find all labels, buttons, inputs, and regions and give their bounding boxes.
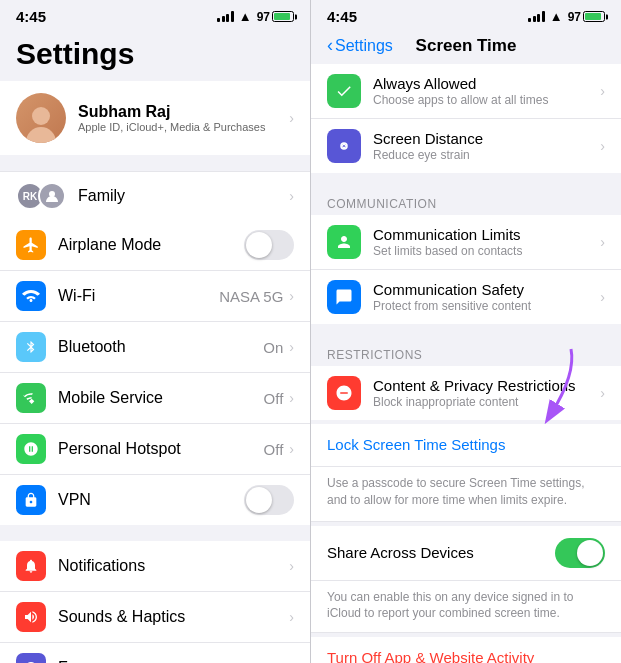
- wifi-icon: [16, 281, 46, 311]
- sounds-chevron: ›: [289, 609, 294, 625]
- focus-row[interactable]: Focus ›: [0, 643, 310, 663]
- airplane-label: Airplane Mode: [58, 236, 244, 254]
- bluetooth-value: On: [263, 339, 283, 356]
- notifications-chevron: ›: [289, 558, 294, 574]
- hotspot-value: Off: [264, 441, 284, 458]
- hotspot-icon: [16, 434, 46, 464]
- left-panel: 4:45 ▲ 97 Settings: [0, 0, 311, 663]
- always-allowed-chevron: ›: [600, 83, 605, 99]
- screen-distance-subtitle: Reduce eye strain: [373, 148, 600, 162]
- wifi-status-icon: ▲: [239, 9, 252, 24]
- focus-icon: [16, 653, 46, 663]
- left-status-icons: ▲ 97: [217, 9, 294, 24]
- comm-safety-chevron: ›: [600, 289, 605, 305]
- turn-off-link[interactable]: Turn Off App & Website Activity: [327, 649, 534, 663]
- sounds-row[interactable]: Sounds & Haptics ›: [0, 592, 310, 643]
- right-panel: 4:45 ▲ 97 ‹ Settings Screen Time: [311, 0, 621, 663]
- wifi-row[interactable]: Wi-Fi NASA 5G ›: [0, 271, 310, 322]
- bluetooth-row[interactable]: Bluetooth On ›: [0, 322, 310, 373]
- always-allowed-row[interactable]: Always Allowed Choose apps to allow at a…: [311, 64, 621, 119]
- sounds-label: Sounds & Haptics: [58, 608, 289, 626]
- comm-limits-row[interactable]: Communication Limits Set limits based on…: [311, 215, 621, 270]
- comm-limits-icon: [327, 225, 361, 259]
- left-status-bar: 4:45 ▲ 97: [0, 0, 310, 29]
- back-button[interactable]: ‹ Settings: [327, 35, 393, 56]
- right-wifi-status-icon: ▲: [550, 9, 563, 24]
- comm-limits-title: Communication Limits: [373, 226, 600, 243]
- right-content: Always Allowed Choose apps to allow at a…: [311, 64, 621, 663]
- comm-limits-chevron: ›: [600, 234, 605, 250]
- communication-group: Communication Limits Set limits based on…: [311, 215, 621, 324]
- comm-limits-text: Communication Limits Set limits based on…: [373, 226, 600, 258]
- restrictions-label: RESTRICTIONS: [311, 340, 621, 366]
- top-rows-group: Always Allowed Choose apps to allow at a…: [311, 64, 621, 173]
- family-row[interactable]: RK Family ›: [0, 171, 310, 220]
- mobile-label: Mobile Service: [58, 389, 264, 407]
- airplane-mode-row[interactable]: Airplane Mode: [0, 220, 310, 271]
- share-desc-row: You can enable this on any device signed…: [311, 581, 621, 634]
- content-privacy-row[interactable]: Content & Privacy Restrictions Block ina…: [311, 366, 621, 420]
- airplane-icon: [16, 230, 46, 260]
- screen-distance-row[interactable]: Screen Distance Reduce eye strain ›: [311, 119, 621, 173]
- comm-safety-row[interactable]: Communication Safety Protect from sensit…: [311, 270, 621, 324]
- settings-title: Settings: [0, 29, 310, 81]
- family-label: Family: [78, 187, 125, 205]
- right-battery-icon: [583, 11, 605, 22]
- family-left: RK Family: [16, 182, 125, 210]
- system-group: Notifications › Sounds & Haptics › Focus…: [0, 541, 310, 663]
- always-allowed-subtitle: Choose apps to allow at all times: [373, 93, 600, 107]
- profile-chevron: ›: [289, 110, 294, 126]
- screen-time-page-title: Screen Time: [416, 36, 517, 56]
- screen-distance-text: Screen Distance Reduce eye strain: [373, 130, 600, 162]
- comm-safety-icon: [327, 280, 361, 314]
- airplane-toggle[interactable]: [244, 230, 294, 260]
- hotspot-row[interactable]: Personal Hotspot Off ›: [0, 424, 310, 475]
- lock-screen-desc-row: Use a passcode to secure Screen Time set…: [311, 467, 621, 522]
- screen-distance-icon: [327, 129, 361, 163]
- always-allowed-icon: [327, 74, 361, 108]
- notifications-row[interactable]: Notifications ›: [0, 541, 310, 592]
- right-scroll: Always Allowed Choose apps to allow at a…: [311, 64, 621, 663]
- always-allowed-text: Always Allowed Choose apps to allow at a…: [373, 75, 600, 107]
- back-label: Settings: [335, 37, 393, 55]
- profile-left: Subham Raj Apple ID, iCloud+, Media & Pu…: [16, 93, 265, 143]
- family-avatars: RK: [16, 182, 66, 210]
- restrictions-separator: [311, 324, 621, 340]
- right-status-bar: 4:45 ▲ 97: [311, 0, 621, 29]
- comm-limits-subtitle: Set limits based on contacts: [373, 244, 600, 258]
- right-battery-percent: 97: [568, 10, 581, 24]
- right-status-icons: ▲ 97: [528, 9, 605, 24]
- comm-separator: [311, 173, 621, 189]
- back-chevron-icon: ‹: [327, 35, 333, 56]
- hotspot-chevron: ›: [289, 441, 294, 457]
- vpn-toggle[interactable]: [244, 485, 294, 515]
- right-header: ‹ Settings Screen Time: [311, 29, 621, 64]
- lock-screen-link-text[interactable]: Lock Screen Time Settings: [327, 436, 505, 453]
- battery-icon: [272, 11, 294, 22]
- comm-safety-text: Communication Safety Protect from sensit…: [373, 281, 600, 313]
- share-devices-row[interactable]: Share Across Devices: [311, 526, 621, 581]
- left-time: 4:45: [16, 8, 46, 25]
- sounds-icon: [16, 602, 46, 632]
- mobile-service-row[interactable]: Mobile Service Off ›: [0, 373, 310, 424]
- lock-screen-link-row[interactable]: Lock Screen Time Settings: [311, 424, 621, 467]
- mobile-chevron: ›: [289, 390, 294, 406]
- wifi-chevron: ›: [289, 288, 294, 304]
- content-privacy-chevron: ›: [600, 385, 605, 401]
- bluetooth-icon: [16, 332, 46, 362]
- comm-safety-subtitle: Protect from sensitive content: [373, 299, 600, 313]
- notifications-label: Notifications: [58, 557, 289, 575]
- right-signal-icon: [528, 11, 545, 22]
- battery-percent: 97: [257, 10, 270, 24]
- wifi-label: Wi-Fi: [58, 287, 219, 305]
- turn-off-row[interactable]: Turn Off App & Website Activity: [311, 637, 621, 663]
- vpn-row[interactable]: VPN: [0, 475, 310, 525]
- vpn-icon: [16, 485, 46, 515]
- screen-distance-chevron: ›: [600, 138, 605, 154]
- avatar: [16, 93, 66, 143]
- profile-subtitle: Apple ID, iCloud+, Media & Purchases: [78, 121, 265, 133]
- profile-card[interactable]: Subham Raj Apple ID, iCloud+, Media & Pu…: [0, 81, 310, 155]
- share-desc-text: You can enable this on any device signed…: [327, 589, 605, 623]
- screen-distance-title: Screen Distance: [373, 130, 600, 147]
- share-toggle[interactable]: [555, 538, 605, 568]
